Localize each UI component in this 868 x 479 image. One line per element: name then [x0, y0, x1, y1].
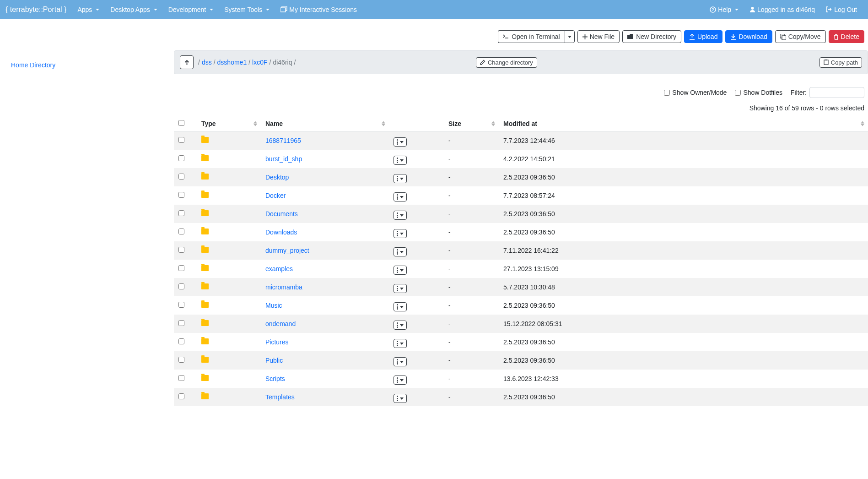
- row-checkbox[interactable]: [178, 357, 184, 363]
- nav-logged-in[interactable]: Logged in as di46riq: [744, 2, 820, 17]
- row-actions-button[interactable]: [394, 211, 407, 220]
- folder-icon: [201, 229, 209, 234]
- nav-logout[interactable]: Log Out: [820, 2, 863, 17]
- table-row: Templates-2.5.2023 09:36:50: [174, 388, 868, 406]
- file-name-link[interactable]: burst_id_shp: [265, 155, 302, 163]
- file-modified: 2.5.2023 09:36:50: [499, 168, 868, 186]
- new-directory-button[interactable]: New Directory: [622, 30, 681, 43]
- file-modified: 7.7.2023 08:57:24: [499, 186, 868, 205]
- file-name-link[interactable]: Pictures: [265, 338, 289, 346]
- filter-input[interactable]: [809, 87, 864, 98]
- nav-link-system-tools[interactable]: System Tools: [219, 2, 275, 17]
- nav-my-sessions[interactable]: My Interactive Sessions: [275, 2, 362, 17]
- go-up-button[interactable]: [180, 55, 194, 69]
- col-header-modified[interactable]: Modified at: [499, 116, 868, 131]
- row-checkbox[interactable]: [178, 155, 184, 161]
- row-checkbox[interactable]: [178, 192, 184, 198]
- row-checkbox[interactable]: [178, 174, 184, 180]
- edit-icon: [480, 60, 485, 65]
- file-name-link[interactable]: Templates: [265, 393, 295, 401]
- show-dotfiles-input[interactable]: [735, 90, 741, 96]
- download-icon: [730, 34, 736, 40]
- vertical-dots-icon: [397, 231, 398, 236]
- nav-logged-in-label: Logged in as di46riq: [757, 6, 815, 13]
- upload-button[interactable]: Upload: [684, 30, 722, 43]
- file-name-link[interactable]: 1688711965: [265, 137, 301, 144]
- new-file-button[interactable]: New File: [577, 30, 620, 43]
- col-header-name[interactable]: Name: [261, 116, 389, 131]
- nav-link-desktop-apps[interactable]: Desktop Apps: [105, 2, 162, 17]
- row-checkbox[interactable]: [178, 393, 184, 399]
- brand[interactable]: { terrabyte::Portal }: [5, 5, 72, 14]
- file-modified: 4.2.2022 14:50:21: [499, 150, 868, 168]
- caret-down-icon: [568, 36, 571, 38]
- col-header-checkbox[interactable]: [174, 116, 197, 131]
- open-terminal-button[interactable]: Open in Terminal: [498, 30, 565, 43]
- breadcrumb-separator: /: [198, 59, 200, 66]
- row-actions-button[interactable]: [394, 137, 407, 147]
- file-name-link[interactable]: Documents: [265, 210, 298, 218]
- row-actions-button[interactable]: [394, 229, 407, 238]
- breadcrumb-part[interactable]: dss: [202, 59, 212, 66]
- breadcrumb-part[interactable]: lxc0F: [252, 59, 267, 66]
- col-header-size[interactable]: Size: [444, 116, 499, 131]
- row-checkbox[interactable]: [178, 210, 184, 216]
- row-checkbox[interactable]: [178, 375, 184, 381]
- row-actions-button[interactable]: [394, 174, 407, 183]
- row-actions-button[interactable]: [394, 394, 407, 403]
- svg-point-4: [751, 7, 754, 10]
- col-header-type[interactable]: Type: [197, 116, 261, 131]
- show-owner-input[interactable]: [664, 90, 670, 96]
- sidebar-home-directory[interactable]: Home Directory: [11, 61, 55, 69]
- row-actions-button[interactable]: [394, 302, 407, 311]
- row-actions-button[interactable]: [394, 339, 407, 348]
- row-actions-button[interactable]: [394, 357, 407, 366]
- file-name-link[interactable]: examples: [265, 265, 293, 272]
- file-name-link[interactable]: Public: [265, 357, 283, 364]
- file-name-link[interactable]: Docker: [265, 192, 286, 199]
- row-checkbox[interactable]: [178, 320, 184, 326]
- file-name-link[interactable]: Downloads: [265, 229, 297, 236]
- nav-link-apps[interactable]: Apps: [72, 2, 105, 17]
- file-name-link[interactable]: micromamba: [265, 283, 302, 291]
- file-name-link[interactable]: ondemand: [265, 320, 296, 327]
- row-actions-button[interactable]: [394, 284, 407, 293]
- show-dotfiles-checkbox[interactable]: Show Dotfiles: [735, 89, 782, 96]
- file-name-link[interactable]: Music: [265, 302, 282, 309]
- vertical-dots-icon: [397, 176, 398, 181]
- vertical-dots-icon: [397, 286, 398, 291]
- file-modified: 7.7.2023 12:44:46: [499, 131, 868, 150]
- nav-link-development[interactable]: Development: [163, 2, 219, 17]
- nav-help[interactable]: ? Help: [704, 2, 744, 17]
- row-actions-button[interactable]: [394, 156, 407, 165]
- row-checkbox[interactable]: [178, 283, 184, 289]
- row-actions-button[interactable]: [394, 247, 407, 256]
- row-checkbox[interactable]: [178, 302, 184, 308]
- copy-move-button[interactable]: Copy/Move: [775, 30, 826, 43]
- copy-path-button[interactable]: Copy path: [819, 57, 862, 68]
- select-all-checkbox[interactable]: [178, 120, 184, 126]
- table-row: micromamba-5.7.2023 10:30:48: [174, 278, 868, 296]
- row-checkbox[interactable]: [178, 338, 184, 344]
- file-name-link[interactable]: Scripts: [265, 375, 285, 382]
- row-checkbox[interactable]: [178, 265, 184, 271]
- download-button[interactable]: Download: [725, 30, 772, 43]
- row-actions-button[interactable]: [394, 192, 407, 201]
- row-checkbox[interactable]: [178, 247, 184, 253]
- file-name-link[interactable]: Desktop: [265, 174, 289, 181]
- folder-icon: [201, 320, 209, 326]
- show-owner-checkbox[interactable]: Show Owner/Mode: [664, 89, 727, 96]
- folder-icon: [201, 265, 209, 271]
- delete-button[interactable]: Delete: [829, 30, 864, 43]
- file-name-link[interactable]: dummy_project: [265, 247, 309, 254]
- open-terminal-dropdown[interactable]: [565, 30, 575, 43]
- row-checkbox[interactable]: [178, 229, 184, 234]
- vertical-dots-icon: [397, 267, 398, 273]
- row-checkbox[interactable]: [178, 137, 184, 143]
- breadcrumb-part[interactable]: dsshome1: [217, 59, 247, 66]
- row-actions-button[interactable]: [394, 266, 407, 275]
- row-actions-button[interactable]: [394, 321, 407, 330]
- file-size: -: [444, 315, 499, 333]
- change-directory-button[interactable]: Change directory: [476, 57, 537, 68]
- row-actions-button[interactable]: [394, 376, 407, 385]
